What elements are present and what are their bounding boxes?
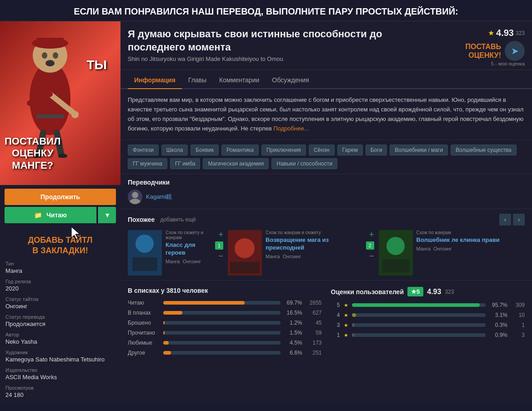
ratings-badge: ★5 bbox=[407, 287, 423, 296]
publisher-value: ASCII Media Works bbox=[5, 374, 57, 381]
similar-minus-2[interactable]: − bbox=[369, 251, 374, 261]
rating-item: 5 ★ 95.7% 309 bbox=[331, 302, 525, 308]
similar-cover-3 bbox=[379, 230, 413, 276]
similar-meta-2: Манга Онгоинг bbox=[266, 254, 362, 259]
tag-item[interactable]: Романтика bbox=[221, 145, 259, 155]
tag-item[interactable]: Школа bbox=[161, 145, 188, 155]
translators-title: Переводчики bbox=[128, 179, 525, 186]
similar-info-3: Схож по жанрам Волшебник ле клинка прави… bbox=[417, 230, 525, 251]
rating-bar-bg bbox=[352, 303, 486, 307]
folder-icon: 📁 bbox=[34, 211, 42, 219]
similar-meta-1: Манга Онгоинг bbox=[166, 259, 211, 264]
rating-value: 4.93 bbox=[496, 28, 514, 38]
year-value: 2020 bbox=[5, 285, 19, 292]
tag-item[interactable]: ГГ имба bbox=[170, 158, 200, 169]
artist-label: Художник bbox=[5, 350, 115, 355]
list-bar-bg bbox=[163, 321, 281, 325]
similar-title: Похожее bbox=[128, 216, 155, 223]
rating-cnt: 309 bbox=[511, 302, 525, 308]
svg-rect-27 bbox=[382, 260, 409, 272]
continue-button[interactable]: Продолжить bbox=[5, 189, 116, 205]
tag-item[interactable]: Волшебные существа bbox=[451, 145, 517, 155]
svg-point-4 bbox=[42, 52, 47, 59]
similar-plus-2[interactable]: + bbox=[369, 230, 374, 240]
tag-item[interactable]: ГГ мужчина bbox=[128, 158, 167, 169]
type-label: Тип bbox=[5, 261, 115, 266]
add-more-link[interactable]: добавить ещё bbox=[160, 216, 196, 223]
views-label: Просмотров bbox=[5, 385, 115, 391]
meta-author: Автор Neko Yasha bbox=[5, 332, 115, 345]
rating-bar-fill bbox=[352, 313, 356, 317]
rating-num: 1 bbox=[331, 332, 340, 338]
similar-next-button[interactable]: › bbox=[513, 214, 525, 226]
tab-comments[interactable]: Комментарии bbox=[213, 72, 266, 89]
list-label: Любимые bbox=[128, 340, 160, 346]
manga-header: Я думаю скрывать свои истинные способнос… bbox=[120, 21, 532, 70]
similar-badge-3: Схож по жанрам bbox=[417, 230, 525, 235]
rating-bar-fill bbox=[352, 323, 355, 327]
similar-cover-2 bbox=[228, 230, 262, 276]
list-percent: 16.5% bbox=[284, 310, 302, 316]
similar-block: Похожее добавить ещё ‹ › bbox=[120, 209, 532, 281]
similar-item-2: Схож по жанрам и сюжету Возвращение мага… bbox=[228, 230, 374, 276]
tag-item[interactable]: Навыки / способности bbox=[271, 158, 337, 169]
cover-overlay-text: ПОСТАВИЛОЦЕНКУМАНГЕ? bbox=[5, 135, 60, 171]
meta-year: Год релиза 2020 bbox=[5, 279, 115, 292]
tag-item[interactable]: Сёнэн bbox=[309, 145, 335, 155]
list-bar-bg bbox=[163, 351, 281, 355]
content-area: Я думаю скрывать свои истинные способнос… bbox=[120, 21, 532, 403]
rate-arrow-button[interactable]: ➤ bbox=[505, 41, 525, 61]
read-button[interactable]: 📁 Читаю bbox=[5, 207, 96, 223]
tag-item[interactable]: Гарем bbox=[337, 145, 363, 155]
similar-prev-button[interactable]: ‹ bbox=[499, 214, 511, 226]
svg-point-5 bbox=[53, 52, 58, 59]
similar-name-1[interactable]: Класс для героев bbox=[166, 241, 211, 257]
status-title-value: Онгоинг bbox=[5, 303, 27, 310]
list-percent: 1.5% bbox=[284, 330, 302, 336]
tab-information[interactable]: Информация bbox=[128, 72, 182, 89]
rating-bar-bg bbox=[352, 323, 486, 327]
rating-item: 3 ★ 0.3% 1 bbox=[331, 322, 525, 328]
status-trans-value: Продолжается bbox=[5, 321, 45, 327]
similar-nav: ‹ › bbox=[499, 214, 525, 226]
rating-count: 323 bbox=[516, 30, 525, 36]
tab-chapters[interactable]: Главы bbox=[182, 72, 213, 89]
list-percent: 4.5% bbox=[284, 340, 302, 346]
rating-stars: ★ 4.93 323 bbox=[466, 28, 525, 38]
list-bar-fill bbox=[163, 341, 169, 345]
tag-item[interactable]: Волшебники / маги bbox=[390, 145, 448, 155]
lists-title: В списках у 3810 человек bbox=[128, 287, 322, 294]
ratings-container: 5 ★ 95.7% 309 4 ★ 3.1% 10 3 ★ 0.3% 1 1 ★… bbox=[331, 302, 525, 338]
rating-num: 4 bbox=[331, 312, 340, 318]
list-bar-fill bbox=[163, 331, 165, 335]
bookmark-banner: ДОБАВЬ ТАЙТЛВ ЗАКЛАДКИ! bbox=[0, 231, 120, 261]
rating-star-icon: ★ bbox=[344, 302, 348, 308]
tag-item[interactable]: Боги bbox=[366, 145, 387, 155]
status-title-label: Статус тайтла bbox=[5, 296, 115, 302]
translator-name[interactable]: Kagami鏡 bbox=[146, 193, 172, 201]
tag-item[interactable]: Магическая академия bbox=[203, 158, 269, 169]
manga-cover: ТЫ ПОСТАВИЛОЦЕНКУМАНГЕ? bbox=[0, 21, 120, 185]
tab-discussions[interactable]: Обсуждения bbox=[266, 72, 315, 89]
similar-actions-1: + 1 − bbox=[215, 230, 223, 261]
similar-badge-1: Схож по сюжету и жанрам bbox=[166, 230, 211, 240]
similar-name-2[interactable]: Возвращение мага из преисподней bbox=[266, 236, 362, 252]
similar-name-3[interactable]: Волшебник ле клинка прави bbox=[417, 236, 525, 244]
rating-pct: 95.7% bbox=[489, 302, 507, 308]
similar-plus-1[interactable]: + bbox=[218, 230, 223, 240]
list-bar-bg bbox=[163, 301, 281, 305]
similar-item-3: Схож по жанрам Волшебник ле клинка прави… bbox=[379, 230, 525, 276]
tag-item[interactable]: Фэнтези bbox=[128, 145, 159, 155]
sidebar: ТЫ ПОСТАВИЛОЦЕНКУМАНГЕ? Продолжить 📁 Чит… bbox=[0, 21, 120, 403]
read-more-link[interactable]: Подробнее... bbox=[273, 125, 309, 132]
similar-minus-1[interactable]: − bbox=[218, 251, 223, 261]
ratings-value: 4.93 bbox=[427, 288, 441, 296]
tag-item[interactable]: Боевик bbox=[191, 145, 219, 155]
rating-star-icon: ★ bbox=[344, 332, 348, 338]
read-dropdown-button[interactable]: ▼ bbox=[98, 207, 116, 223]
tag-item[interactable]: Приключения bbox=[261, 145, 306, 155]
tags-block: ФэнтезиШколаБоевикРомантикаПриключенияСё… bbox=[120, 140, 532, 174]
similar-info-2: Схож по жанрам и сюжету Возвращение мага… bbox=[266, 230, 362, 259]
translators-block: Переводчики Kagami鏡 bbox=[120, 174, 532, 209]
meta-type: Тип Манга bbox=[5, 261, 115, 274]
